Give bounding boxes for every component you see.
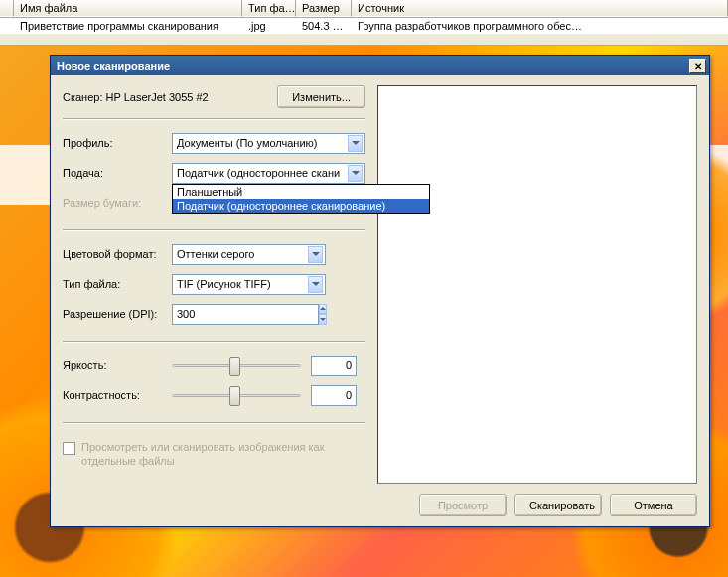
separate-files-checkbox[interactable] [63, 442, 75, 455]
contrast-slider[interactable] [172, 384, 301, 406]
dialog-title: Новое сканирование [57, 60, 689, 72]
feed-label: Подача: [63, 167, 172, 179]
change-scanner-button[interactable]: Изменить... [277, 85, 365, 108]
brightness-slider[interactable] [172, 355, 301, 376]
cell-size: 504.3 КБ [296, 18, 352, 34]
feed-dropdown-list: Планшетный Податчик (одностороннее скани… [172, 184, 430, 214]
contrast-value[interactable] [311, 385, 357, 406]
profile-dropdown[interactable]: Документы (По умолчанию) [172, 133, 365, 154]
col-filename[interactable]: Имя файла [14, 0, 242, 17]
paper-size-label: Размер бумаги: [63, 197, 172, 209]
feed-option-flatbed[interactable]: Планшетный [173, 185, 429, 199]
col-icon[interactable] [0, 0, 14, 17]
col-source[interactable]: Источник [352, 0, 728, 17]
table-row[interactable]: Приветствие программы сканирования .jpg … [0, 18, 728, 34]
preview-button[interactable]: Просмотр [419, 494, 507, 516]
profile-label: Профиль: [63, 137, 172, 149]
contrast-label: Контрастность: [63, 389, 172, 401]
filetype-dropdown[interactable]: TIF (Рисунок TIFF) [172, 274, 326, 295]
contrast-thumb[interactable] [229, 386, 240, 406]
col-filetype[interactable]: Тип фа… [242, 0, 296, 17]
close-button[interactable]: ✕ [689, 59, 706, 73]
feed-option-feeder[interactable]: Податчик (одностороннее сканирование) [173, 199, 429, 213]
titlebar[interactable]: Новое сканирование ✕ [51, 56, 709, 75]
chevron-down-icon [348, 165, 363, 182]
cell-filename: Приветствие программы сканирования [14, 18, 242, 34]
scan-dialog: Новое сканирование ✕ Сканер: HP LaserJet… [50, 55, 710, 527]
preview-area [377, 85, 697, 484]
scanner-label: Сканер: HP LaserJet 3055 #2 [63, 91, 277, 103]
brightness-label: Яркость: [63, 360, 172, 371]
file-table-header: Имя файла Тип фа… Размер Источник [0, 0, 728, 18]
col-size[interactable]: Размер [296, 0, 352, 17]
dpi-label: Разрешение (DPI): [63, 308, 172, 320]
brightness-thumb[interactable] [229, 357, 240, 376]
dpi-spinner[interactable] [172, 304, 241, 325]
chevron-down-icon [348, 135, 363, 152]
cell-filetype: .jpg [242, 18, 296, 34]
cancel-button[interactable]: Отмена [610, 494, 697, 516]
chevron-down-icon [308, 246, 323, 263]
brightness-value[interactable] [311, 356, 357, 376]
filetype-label: Тип файла: [63, 278, 172, 290]
separate-files-label: Просмотреть или сканировать изображения … [81, 440, 365, 469]
chevron-down-icon [308, 276, 323, 293]
dpi-input[interactable] [172, 304, 319, 325]
feed-dropdown[interactable]: Податчик (одностороннее скани Планшетный… [172, 163, 365, 184]
dpi-up-button[interactable] [319, 304, 327, 315]
cell-source: Группа разработчиков программного обес… [352, 18, 728, 34]
color-format-dropdown[interactable]: Оттенки серого [172, 244, 326, 265]
scan-button[interactable]: Сканировать [514, 494, 602, 516]
dpi-down-button[interactable] [319, 314, 327, 325]
color-format-label: Цветовой формат: [63, 248, 172, 260]
